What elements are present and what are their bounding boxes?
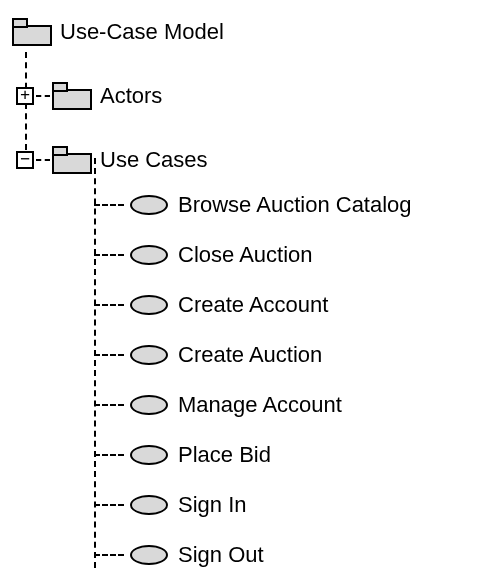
svg-rect-0: [13, 26, 51, 45]
tree-node-actors[interactable]: + Actors: [12, 76, 488, 116]
tree-connector-horizontal: [94, 504, 124, 506]
tree-root[interactable]: Use-Case Model: [12, 12, 488, 52]
tree-node-label: Use Cases: [100, 147, 208, 173]
tree-leaf-label: Create Auction: [178, 342, 322, 368]
tree-leaf-label: Place Bid: [178, 442, 271, 468]
usecase-icon: [130, 195, 168, 215]
tree-leaf-usecase[interactable]: Create Auction: [12, 330, 488, 380]
use-case-tree: Use-Case Model + Actors − Use Cases Brow…: [12, 12, 488, 580]
tree-leaf-label: Create Account: [178, 292, 328, 318]
tree-leaf-usecase[interactable]: Sign Out: [12, 530, 488, 580]
tree-connector-horizontal: [94, 404, 124, 406]
folder-icon: [52, 146, 92, 174]
tree-leaf-usecase[interactable]: Browse Auction Catalog: [12, 180, 488, 230]
usecase-icon: [130, 395, 168, 415]
collapse-icon[interactable]: −: [16, 151, 34, 169]
svg-rect-4: [53, 154, 91, 173]
tree-leaf-label: Sign In: [178, 492, 247, 518]
tree-root-label: Use-Case Model: [60, 19, 224, 45]
tree-connector-horizontal: [94, 554, 124, 556]
tree-node-label: Actors: [100, 83, 162, 109]
usecase-icon: [130, 495, 168, 515]
tree-leaf-label: Close Auction: [178, 242, 313, 268]
usecase-icon: [130, 545, 168, 565]
tree-leaf-usecase[interactable]: Manage Account: [12, 380, 488, 430]
svg-rect-3: [53, 83, 67, 91]
usecase-icon: [130, 445, 168, 465]
svg-rect-1: [13, 19, 27, 27]
tree-leaf-label: Manage Account: [178, 392, 342, 418]
tree-leaf-label: Browse Auction Catalog: [178, 192, 412, 218]
svg-rect-5: [53, 147, 67, 155]
tree-leaf-label: Sign Out: [178, 542, 264, 568]
folder-icon: [52, 82, 92, 110]
tree-connector-horizontal: [94, 204, 124, 206]
tree-node-usecases[interactable]: − Use Cases: [12, 140, 488, 180]
tree-connector-horizontal: [94, 254, 124, 256]
tree-connector-horizontal: [94, 454, 124, 456]
usecase-icon: [130, 345, 168, 365]
tree-leaf-usecase[interactable]: Place Bid: [12, 430, 488, 480]
expand-icon[interactable]: +: [16, 87, 34, 105]
svg-rect-2: [53, 90, 91, 109]
usecase-icon: [130, 245, 168, 265]
tree-leaf-usecase[interactable]: Sign In: [12, 480, 488, 530]
usecase-icon: [130, 295, 168, 315]
tree-connector-horizontal: [94, 304, 124, 306]
tree-leaf-usecase[interactable]: Close Auction: [12, 230, 488, 280]
tree-leaf-usecase[interactable]: Create Account: [12, 280, 488, 330]
tree-connector-horizontal: [36, 159, 50, 161]
tree-connector-horizontal: [36, 95, 50, 97]
folder-icon: [12, 18, 52, 46]
tree-connector-horizontal: [94, 354, 124, 356]
